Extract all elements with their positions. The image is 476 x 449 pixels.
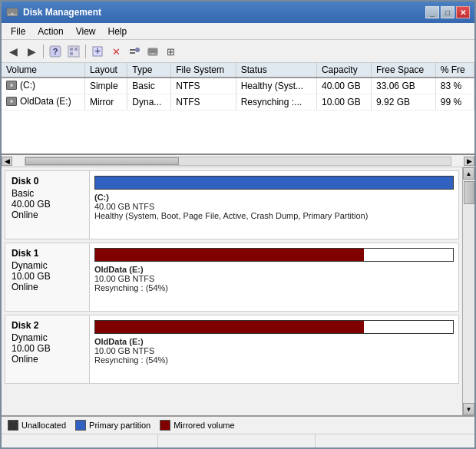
disk-label-0: Disk 0 Basic 40.00 GB Online bbox=[5, 171, 90, 239]
svg-rect-16 bbox=[149, 49, 157, 53]
separator-1 bbox=[43, 45, 44, 58]
cell-layout: Simple bbox=[84, 78, 127, 94]
cell-status: Resynching :... bbox=[236, 94, 316, 111]
legend-primary-label: Primary partition bbox=[89, 421, 150, 430]
status-section-3 bbox=[319, 434, 471, 447]
hscroll-left-btn[interactable]: ◀ bbox=[2, 157, 12, 166]
delete-button[interactable]: ✕ bbox=[107, 43, 124, 60]
col-type[interactable]: Type bbox=[127, 63, 171, 78]
properties-button[interactable] bbox=[126, 43, 143, 60]
vol-name-1: OldData (E:) bbox=[94, 265, 144, 274]
window-controls: _ □ ✕ bbox=[425, 6, 470, 18]
partition-fill-2 bbox=[95, 321, 364, 333]
disk-type-1: Dynamic bbox=[12, 260, 83, 271]
svg-text:+: + bbox=[94, 45, 101, 57]
partition-bar-2 bbox=[94, 320, 454, 334]
menu-action[interactable]: Action bbox=[31, 25, 69, 38]
disk-row-2: Disk 2 Dynamic 10.00 GB Online OldData (… bbox=[5, 315, 459, 384]
maximize-button[interactable]: □ bbox=[441, 6, 455, 18]
partition-fill-1 bbox=[95, 249, 364, 261]
col-filesystem[interactable]: File System bbox=[171, 63, 236, 78]
volume-table: Volume Layout Type File System Status Ca… bbox=[2, 63, 474, 111]
svg-text:⊞: ⊞ bbox=[167, 46, 175, 58]
close-button[interactable]: ✕ bbox=[456, 6, 470, 18]
hscroll-track[interactable] bbox=[25, 157, 451, 166]
partition-bar-1 bbox=[94, 248, 454, 262]
toolbar: ◀ ▶ ? + ✕ ⊞ bbox=[2, 40, 474, 63]
disk-label-1: Disk 1 Dynamic 10.00 GB Online bbox=[5, 243, 90, 311]
legend-unallocated-box bbox=[8, 420, 18, 431]
disk-partition-area-2[interactable]: OldData (E:) 10.00 GB NTFS Resynching : … bbox=[90, 315, 458, 383]
status-section-1 bbox=[5, 434, 158, 447]
table-header-row: Volume Layout Type File System Status Ca… bbox=[2, 63, 474, 78]
menu-help[interactable]: Help bbox=[102, 25, 134, 38]
menu-view[interactable]: View bbox=[70, 25, 102, 38]
disk-state-1: Online bbox=[12, 282, 83, 292]
hscroll-right-btn[interactable]: ▶ bbox=[464, 157, 474, 166]
cell-freespace: 33.06 GB bbox=[372, 78, 436, 94]
vscroll-down-btn[interactable]: ▼ bbox=[463, 403, 474, 415]
svg-point-2 bbox=[12, 13, 14, 15]
svg-rect-6 bbox=[70, 48, 73, 51]
cell-capacity: 10.00 GB bbox=[316, 94, 371, 111]
disk-partition-area-0[interactable]: (C:) 40.00 GB NTFS Healthy (System, Boot… bbox=[90, 171, 458, 239]
cell-layout: Mirror bbox=[84, 94, 127, 111]
vol-name-0: (C:) bbox=[94, 193, 109, 202]
vscroll-thumb[interactable] bbox=[464, 181, 474, 204]
disk-type-2: Dynamic bbox=[12, 332, 83, 343]
vol-name-2: OldData (E:) bbox=[94, 337, 144, 346]
svg-text:✕: ✕ bbox=[112, 46, 121, 58]
legend-mirror-box bbox=[160, 420, 170, 431]
vscroll-up-btn[interactable]: ▲ bbox=[463, 167, 474, 180]
table-row[interactable]: (C:) Simple Basic NTFS Healthy (Syst... … bbox=[2, 78, 474, 94]
col-pct[interactable]: % Fre bbox=[435, 63, 474, 78]
status-bar bbox=[2, 434, 474, 447]
col-status[interactable]: Status bbox=[236, 63, 316, 78]
disk-visual-section: Disk 0 Basic 40.00 GB Online (C:) 40.00 … bbox=[2, 167, 474, 415]
snap-button[interactable] bbox=[65, 43, 82, 60]
partition-info-2: OldData (E:) 10.00 GB NTFS Resynching : … bbox=[94, 335, 454, 366]
vscroll-track[interactable] bbox=[463, 180, 474, 403]
col-volume[interactable]: Volume bbox=[2, 63, 84, 78]
col-layout[interactable]: Layout bbox=[84, 63, 127, 78]
table-row[interactable]: OldData (E:) Mirror Dyna... NTFS Resynch… bbox=[2, 94, 474, 111]
disk-size-2: 10.00 GB bbox=[12, 343, 83, 354]
volume-table-area[interactable]: Volume Layout Type File System Status Ca… bbox=[2, 63, 474, 155]
minimize-button[interactable]: _ bbox=[425, 6, 439, 18]
forward-button[interactable]: ▶ bbox=[23, 43, 40, 60]
disk-size-0: 40.00 GB bbox=[12, 199, 83, 210]
menu-bar: File Action View Help bbox=[2, 23, 474, 40]
back-button[interactable]: ◀ bbox=[5, 43, 21, 60]
cell-pct: 99 % bbox=[435, 94, 474, 111]
menu-file[interactable]: File bbox=[5, 25, 31, 38]
partition-info-1: OldData (E:) 10.00 GB NTFS Resynching : … bbox=[94, 263, 454, 294]
cell-pct: 83 % bbox=[435, 78, 474, 94]
legend-primary-box bbox=[75, 420, 86, 431]
disk-button[interactable] bbox=[144, 43, 161, 60]
disk-name-0: Disk 0 bbox=[12, 176, 83, 187]
disk-row-0: Disk 0 Basic 40.00 GB Online (C:) 40.00 … bbox=[5, 170, 459, 239]
svg-rect-8 bbox=[70, 52, 73, 55]
legend-mirror-label: Mirrored volume bbox=[174, 421, 234, 430]
svg-rect-12 bbox=[130, 49, 135, 51]
svg-rect-7 bbox=[74, 48, 78, 51]
legend-unallocated: Unallocated bbox=[8, 420, 66, 431]
vol-status-0: Healthy (System, Boot, Page File, Active… bbox=[94, 211, 368, 220]
disk-label-2: Disk 2 Dynamic 10.00 GB Online bbox=[5, 315, 90, 383]
hscroll-thumb[interactable] bbox=[25, 157, 179, 165]
disk-partition-area-1[interactable]: OldData (E:) 10.00 GB NTFS Resynching : … bbox=[90, 243, 458, 311]
new-volume-button[interactable]: + bbox=[89, 43, 106, 60]
disk-view[interactable]: Disk 0 Basic 40.00 GB Online (C:) 40.00 … bbox=[2, 167, 462, 415]
refresh-button[interactable]: ⊞ bbox=[163, 43, 180, 60]
help-button[interactable]: ? bbox=[47, 43, 64, 60]
horizontal-scrollbar[interactable]: ◀ ▶ bbox=[2, 155, 474, 167]
svg-text:?: ? bbox=[53, 47, 58, 56]
disk-state-0: Online bbox=[12, 210, 83, 220]
legend-bar: Unallocated Primary partition Mirrored v… bbox=[2, 415, 474, 434]
disk-name-1: Disk 1 bbox=[12, 248, 83, 259]
vertical-scrollbar[interactable]: ▲ ▼ bbox=[462, 167, 474, 415]
col-freespace[interactable]: Free Space bbox=[372, 63, 436, 78]
col-capacity[interactable]: Capacity bbox=[316, 63, 371, 78]
disk-size-1: 10.00 GB bbox=[12, 271, 83, 282]
disk-type-0: Basic bbox=[12, 188, 83, 199]
